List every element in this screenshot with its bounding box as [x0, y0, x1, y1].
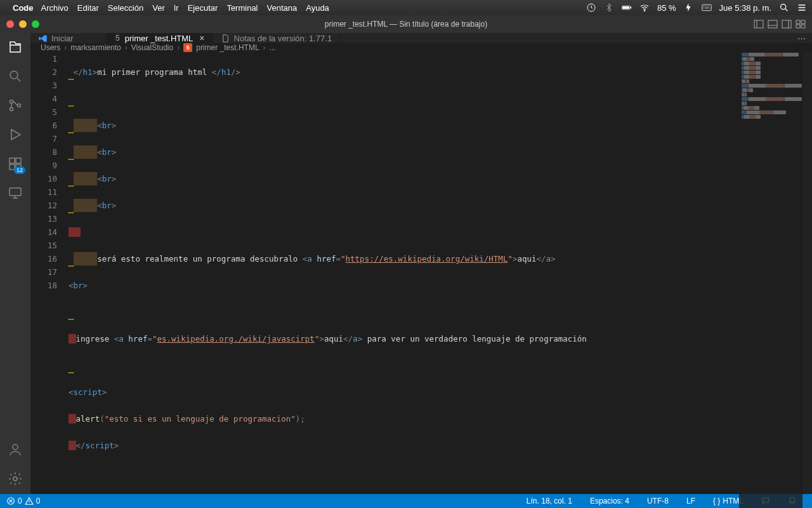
html5-icon: 5 [114, 34, 121, 43]
activity-bar: 12 [0, 33, 30, 494]
menu-ver[interactable]: Ver [152, 3, 165, 13]
menu-ventana[interactable]: Ventana [267, 3, 298, 13]
menu-ir[interactable]: Ir [174, 3, 179, 13]
svg-rect-8 [768, 20, 777, 28]
clock[interactable]: Jue 5:38 p. m. [719, 3, 771, 13]
tab-release-notes[interactable]: Notas de la versión: 1.77.1 [213, 33, 341, 43]
svg-rect-5 [702, 4, 711, 10]
breadcrumb-segment[interactable]: Users [41, 43, 60, 52]
editor-area: Iniciar 5 primer _test.HTML × Notas de l… [30, 33, 812, 494]
battery-percent: 85 % [657, 3, 676, 13]
toggle-sidebar-icon[interactable] [754, 19, 764, 29]
svg-rect-9 [782, 20, 791, 28]
html5-icon: 5 [183, 43, 192, 52]
window-titlebar: primer _test.HTML — Sin título (área de … [0, 15, 812, 33]
vertical-scrollbar[interactable] [803, 52, 812, 508]
remote-explorer-icon[interactable] [6, 184, 24, 202]
window-title: primer _test.HTML — Sin título (área de … [325, 20, 487, 29]
battery-icon[interactable] [622, 3, 632, 13]
customize-layout-icon[interactable] [796, 19, 806, 29]
bluetooth-icon[interactable] [604, 3, 614, 13]
app-name[interactable]: Code [13, 3, 34, 13]
window-controls [6, 20, 39, 28]
breadcrumb-segment[interactable]: marksarmiento [70, 43, 121, 52]
spotlight-icon[interactable] [779, 3, 789, 13]
code-editor[interactable]: 123456789101112131415161718 </h1>mi prim… [30, 52, 812, 508]
macos-menubar: Code Archivo Editar Selección Ver Ir Eje… [0, 0, 812, 15]
svg-rect-13 [801, 25, 805, 28]
svg-point-14 [10, 71, 18, 79]
svg-rect-19 [16, 158, 21, 163]
accounts-icon[interactable] [6, 441, 24, 458]
wifi-icon[interactable] [639, 3, 650, 13]
tab-label: primer _test.HTML [125, 34, 193, 43]
code-content[interactable]: </h1>mi primer programa html </h1/> <br>… [69, 52, 812, 508]
explorer-icon[interactable] [6, 38, 24, 56]
extensions-badge: 12 [14, 166, 25, 174]
tab-label: Iniciar [51, 34, 74, 43]
svg-point-23 [13, 444, 18, 450]
menu-ayuda[interactable]: Ayuda [306, 3, 329, 13]
line-number-gutter: 123456789101112131415161718 [30, 52, 69, 508]
charging-icon [684, 3, 694, 13]
extensions-icon[interactable]: 12 [6, 155, 24, 173]
svg-rect-2 [631, 7, 631, 8]
tab-primer-test[interactable]: 5 primer _test.HTML × [107, 33, 213, 43]
svg-point-17 [18, 104, 21, 107]
menu-editar[interactable]: Editar [77, 3, 99, 13]
breadcrumb-tail[interactable]: ... [270, 43, 276, 52]
source-control-icon[interactable] [6, 97, 24, 114]
menu-seleccion[interactable]: Selección [108, 3, 143, 13]
svg-rect-22 [10, 188, 21, 196]
breadcrumb[interactable]: Users› marksarmiento› VisualStudio› 5 pr… [30, 43, 812, 52]
svg-rect-12 [796, 25, 800, 28]
breadcrumb-segment[interactable]: VisualStudio [131, 43, 174, 52]
tab-iniciar[interactable]: Iniciar [30, 33, 107, 43]
control-center-icon[interactable] [797, 3, 807, 13]
minimize-window-button[interactable] [19, 20, 27, 28]
editor-tabs: Iniciar 5 primer _test.HTML × Notas de l… [30, 33, 812, 43]
more-actions-icon[interactable]: ⋯ [797, 34, 806, 43]
doc-icon [221, 34, 230, 43]
svg-point-16 [10, 108, 13, 111]
svg-rect-7 [754, 20, 763, 28]
maximize-window-button[interactable] [32, 20, 39, 28]
keyboard-icon[interactable] [702, 3, 712, 13]
svg-point-4 [644, 10, 645, 11]
svg-rect-11 [801, 20, 805, 23]
search-icon[interactable] [6, 67, 24, 85]
svg-rect-18 [10, 158, 15, 163]
toggle-panel-icon[interactable] [768, 19, 778, 29]
close-window-button[interactable] [6, 20, 14, 28]
menu-terminal[interactable]: Terminal [226, 3, 258, 13]
svg-point-24 [13, 477, 17, 481]
svg-rect-10 [796, 20, 800, 23]
menu-ejecutar[interactable]: Ejecutar [188, 3, 218, 13]
svg-rect-3 [623, 6, 629, 8]
tab-label: Notas de la versión: 1.77.1 [234, 34, 332, 43]
toggle-secondary-icon[interactable] [782, 19, 792, 29]
minimap[interactable] [739, 52, 802, 508]
run-debug-icon[interactable] [6, 126, 24, 144]
close-tab-button[interactable]: × [199, 33, 204, 43]
svg-point-6 [781, 4, 786, 10]
breadcrumb-file[interactable]: primer _test.HTML [196, 43, 259, 52]
time-machine-icon[interactable] [586, 3, 596, 13]
menu-archivo[interactable]: Archivo [41, 3, 69, 13]
svg-point-15 [10, 100, 13, 104]
vscode-icon [38, 34, 48, 43]
settings-gear-icon[interactable] [6, 470, 24, 488]
